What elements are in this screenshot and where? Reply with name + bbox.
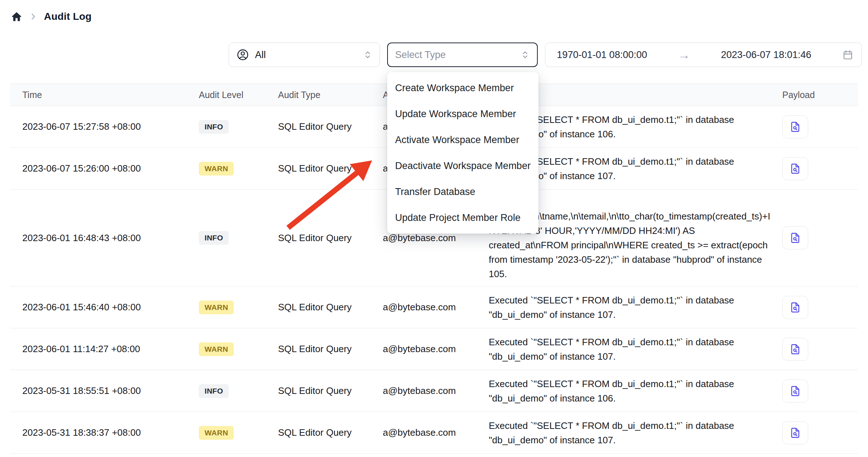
user-circle-icon <box>236 48 249 61</box>
audit-level-cell: INFO <box>199 231 278 245</box>
calendar-icon <box>842 49 854 61</box>
document-search-icon <box>789 427 801 439</box>
actor-cell: a@bytebase.com <box>383 385 489 396</box>
payload-view-button[interactable] <box>782 115 808 138</box>
arrow-right-icon: → <box>678 49 690 61</box>
select-chevrons-icon <box>520 49 531 60</box>
type-option[interactable]: Update Project Member Role <box>387 205 538 231</box>
time-cell: 2023-06-01 11:14:27 +08:00 <box>10 343 199 355</box>
comment-cell: Executed `"SELECT * FROM db_ui_demo.t1;"… <box>489 293 782 322</box>
actor-cell: a@bytebase.com <box>383 343 489 355</box>
audit-level-badge: INFO <box>199 120 229 134</box>
payload-view-button[interactable] <box>782 421 808 444</box>
breadcrumb: Audit Log <box>0 0 868 22</box>
document-search-icon <box>789 301 801 314</box>
audit-level-cell: WARN <box>199 342 278 356</box>
audit-level-badge: WARN <box>199 426 234 440</box>
page-title: Audit Log <box>44 11 91 22</box>
audit-level-badge: WARN <box>199 342 234 356</box>
actor-cell: a@bytebase.com <box>383 232 489 244</box>
payload-cell <box>782 338 858 361</box>
table-row: 2023-06-01 15:46:40 +08:00 WARN SQL Edit… <box>10 287 858 328</box>
header-payload: Payload <box>782 90 858 100</box>
header-audit-type: Audit Type <box>278 90 383 100</box>
payload-view-button[interactable] <box>782 380 808 403</box>
document-search-icon <box>789 343 801 355</box>
audit-level-cell: WARN <box>199 426 278 440</box>
audit-type-cell: SQL Editor Query <box>278 232 383 244</box>
audit-level-cell: WARN <box>199 301 278 314</box>
audit-type-cell: SQL Editor Query <box>278 121 383 132</box>
payload-view-button[interactable] <box>782 296 808 319</box>
table-row: 2023-05-31 18:38:37 +08:00 WARN SQL Edit… <box>10 412 858 454</box>
actor-cell: a@bytebase.com <box>383 427 489 438</box>
payload-cell <box>782 157 858 180</box>
audit-type-cell: SQL Editor Query <box>278 163 383 174</box>
date-range-end: 2023-06-07 18:01:46 <box>721 49 811 61</box>
comment-cell: Executed `"SELECT * FROM db_ui_demo.t1;"… <box>489 418 782 447</box>
time-cell: 2023-06-07 15:26:00 +08:00 <box>10 163 199 174</box>
audit-level-badge: INFO <box>199 231 229 245</box>
time-cell: 2023-05-31 18:38:37 +08:00 <box>10 427 199 438</box>
audit-type-cell: SQL Editor Query <box>278 427 383 438</box>
audit-level-cell: WARN <box>199 162 278 176</box>
document-search-icon <box>789 232 801 244</box>
document-search-icon <box>789 163 801 175</box>
document-search-icon <box>789 385 801 397</box>
audit-level-badge: INFO <box>199 384 229 398</box>
actor-filter-select[interactable]: All <box>229 43 380 67</box>
type-option[interactable]: Activate Workspace Member <box>387 127 538 153</box>
document-search-icon <box>789 121 801 133</box>
actor-cell: a@bytebase.com <box>383 302 489 313</box>
audit-type-cell: SQL Editor Query <box>278 385 383 396</box>
audit-level-badge: WARN <box>199 162 234 176</box>
type-filter-placeholder: Select Type <box>395 49 446 61</box>
type-option[interactable]: Transfer Database <box>387 179 538 205</box>
type-filter-select[interactable]: Select Type Create Workspace MemberUpdat… <box>387 43 538 67</box>
comment-cell: Executed `"SELECT * FROM db_ui_demo.t1;"… <box>489 377 782 405</box>
payload-cell <box>782 115 858 138</box>
select-chevrons-icon <box>362 49 373 60</box>
header-time: Time <box>10 90 199 100</box>
date-range-start: 1970-01-01 08:00:00 <box>557 49 647 61</box>
audit-type-cell: SQL Editor Query <box>278 302 383 313</box>
date-range-picker[interactable]: 1970-01-01 08:00:00 → 2023-06-07 18:01:4… <box>545 43 862 67</box>
header-audit-level: Audit Level <box>199 90 278 100</box>
payload-cell <box>782 421 858 444</box>
type-option[interactable]: Deactivate Workspace Member <box>387 153 538 179</box>
payload-view-button[interactable] <box>782 226 808 249</box>
payload-view-button[interactable] <box>782 338 808 361</box>
audit-level-cell: INFO <box>199 120 278 134</box>
payload-cell <box>782 380 858 403</box>
chevron-right-icon <box>29 12 37 21</box>
type-option[interactable]: Update Workspace Member <box>387 101 538 127</box>
audit-type-cell: SQL Editor Query <box>278 343 383 355</box>
audit-level-badge: WARN <box>199 301 234 314</box>
time-cell: 2023-06-07 15:27:58 +08:00 <box>10 121 199 132</box>
table-row: 2023-05-31 18:55:51 +08:00 INFO SQL Edit… <box>10 370 858 412</box>
comment-cell: Executed `"SELECT * FROM db_ui_demo.t1;"… <box>489 335 782 364</box>
filter-bar: All Select Type Create Workspace MemberU… <box>0 43 868 67</box>
time-cell: 2023-05-31 18:55:51 +08:00 <box>10 385 199 396</box>
payload-cell <box>782 296 858 319</box>
time-cell: 2023-06-01 16:48:43 +08:00 <box>10 232 199 244</box>
payload-view-button[interactable] <box>782 157 808 180</box>
time-cell: 2023-06-01 15:46:40 +08:00 <box>10 302 199 313</box>
actor-filter-value: All <box>255 49 266 61</box>
payload-cell <box>782 226 858 249</box>
type-option[interactable]: Create Workspace Member <box>387 75 538 101</box>
audit-level-cell: INFO <box>199 384 278 398</box>
home-icon[interactable] <box>11 11 22 22</box>
type-filter-dropdown: Create Workspace MemberUpdate Workspace … <box>387 72 538 234</box>
table-row: 2023-06-01 11:14:27 +08:00 WARN SQL Edit… <box>10 328 858 370</box>
